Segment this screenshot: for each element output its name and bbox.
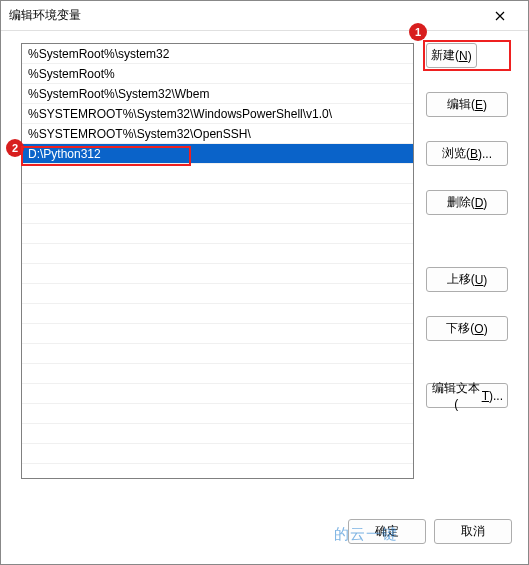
ok-button[interactable]: 确定 <box>348 519 426 544</box>
dialog-window: 编辑环境变量 %SystemRoot%\system32%SystemRoot%… <box>0 0 529 565</box>
path-list-item[interactable]: %SystemRoot%\System32\Wbem <box>22 84 413 104</box>
path-list-item[interactable] <box>22 404 413 424</box>
path-list-item[interactable] <box>22 384 413 404</box>
content-area: %SystemRoot%\system32%SystemRoot%%System… <box>1 31 528 509</box>
browse-button[interactable]: 浏览(B)... <box>426 141 508 166</box>
path-list-item[interactable] <box>22 284 413 304</box>
edit-button[interactable]: 编辑(E) <box>426 92 508 117</box>
path-list-item[interactable] <box>22 204 413 224</box>
cancel-button[interactable]: 取消 <box>434 519 512 544</box>
path-list-item[interactable] <box>22 304 413 324</box>
window-title: 编辑环境变量 <box>9 7 480 24</box>
button-column: 新建(N) 1 编辑(E) 浏览(B)... 删除(D) 上移(U) <box>426 43 508 501</box>
path-list-item[interactable] <box>22 344 413 364</box>
move-up-button[interactable]: 上移(U) <box>426 267 508 292</box>
footer: 的云一键 确定 取消 <box>1 509 528 564</box>
path-list-item[interactable] <box>22 244 413 264</box>
path-list-item[interactable] <box>22 324 413 344</box>
path-list-item[interactable] <box>22 424 413 444</box>
path-list-item[interactable]: %SYSTEMROOT%\System32\WindowsPowerShell\… <box>22 104 413 124</box>
move-down-button[interactable]: 下移(O) <box>426 316 508 341</box>
path-list-item[interactable]: %SystemRoot% <box>22 64 413 84</box>
path-list-item[interactable]: D:\Python312 <box>22 144 413 164</box>
delete-button[interactable]: 删除(D) <box>426 190 508 215</box>
path-list-item[interactable]: %SYSTEMROOT%\System32\OpenSSH\ <box>22 124 413 144</box>
path-list[interactable]: %SystemRoot%\system32%SystemRoot%%System… <box>21 43 414 479</box>
titlebar: 编辑环境变量 <box>1 1 528 31</box>
path-list-item[interactable] <box>22 264 413 284</box>
path-list-item[interactable] <box>22 224 413 244</box>
path-list-item[interactable] <box>22 184 413 204</box>
edit-text-button[interactable]: 编辑文本(T)... <box>426 383 508 408</box>
path-list-item[interactable] <box>22 444 413 464</box>
new-button[interactable]: 新建(N) <box>426 43 477 68</box>
close-icon <box>495 11 505 21</box>
path-list-item[interactable] <box>22 364 413 384</box>
close-button[interactable] <box>480 2 520 30</box>
path-list-item[interactable]: %SystemRoot%\system32 <box>22 44 413 64</box>
path-list-item[interactable] <box>22 164 413 184</box>
